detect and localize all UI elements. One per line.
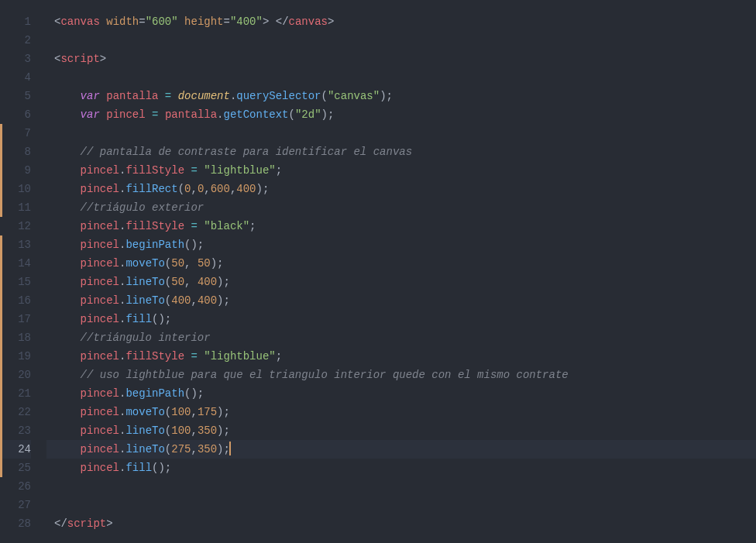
code-token: [54, 369, 81, 381]
line-number: 5: [0, 87, 31, 105]
line-number: 23: [0, 421, 31, 440]
code-token: pincel: [81, 294, 119, 307]
code-token: );: [256, 183, 270, 195]
code-token: [54, 387, 81, 400]
code-token: [54, 276, 81, 288]
code-token: pincel: [81, 183, 119, 195]
code-token: [54, 406, 81, 418]
code-line[interactable]: pincel.moveTo(100,175);: [46, 403, 756, 421]
code-line[interactable]: pincel.lineTo(400,400);: [46, 291, 756, 310]
code-line[interactable]: <canvas width="600" height="400"> </canv…: [46, 12, 756, 31]
code-token: [54, 294, 81, 307]
code-token: ;: [276, 164, 282, 177]
code-line[interactable]: pincel.beginPath();: [46, 235, 756, 254]
code-line[interactable]: [46, 477, 756, 496]
code-line[interactable]: pincel.fill();: [46, 459, 756, 477]
code-token: fill: [125, 462, 152, 474]
code-token: [54, 443, 81, 455]
code-token: [54, 90, 81, 102]
code-token: var: [81, 108, 100, 121]
code-token: script: [60, 53, 99, 65]
code-token: ();: [152, 462, 171, 474]
code-line[interactable]: var pantalla = document.querySelector("c…: [46, 87, 756, 105]
code-token: pincel: [81, 406, 119, 418]
code-token: [100, 90, 106, 102]
code-token: getContext: [224, 108, 289, 121]
code-token: .: [217, 108, 223, 121]
code-token: [269, 15, 275, 28]
code-token: );: [217, 424, 230, 437]
modified-marker: [0, 124, 2, 217]
code-token: 100: [171, 424, 191, 437]
code-token: =: [191, 220, 197, 232]
code-token: pincel: [106, 108, 145, 121]
code-token: =: [191, 164, 197, 177]
code-token: querySelector: [236, 90, 321, 102]
line-number: 6: [0, 105, 31, 124]
code-token: //triángulo interior: [81, 332, 211, 344]
code-token: [54, 220, 81, 232]
code-token: 275: [171, 443, 191, 455]
code-token: >: [328, 15, 334, 28]
line-number: 21: [0, 384, 31, 403]
line-number: 1: [0, 12, 31, 31]
code-token: moveTo: [125, 257, 164, 270]
code-token: canvas: [289, 15, 328, 28]
code-token: );: [321, 108, 335, 121]
code-token: "lightblue": [204, 164, 275, 177]
code-line[interactable]: pincel.fillStyle = "black";: [46, 217, 756, 235]
modified-marker: [0, 235, 2, 477]
code-line[interactable]: [46, 68, 756, 87]
code-line[interactable]: // pantalla de contraste para identifica…: [46, 143, 756, 161]
code-area[interactable]: <canvas width="600" height="400"> </canv…: [46, 0, 756, 543]
code-line[interactable]: pincel.lineTo(275,350);: [46, 440, 756, 459]
code-token: pincel: [81, 239, 119, 251]
code-line[interactable]: pincel.fillStyle = "lightblue";: [46, 347, 756, 366]
code-token: =: [139, 15, 145, 28]
code-line[interactable]: // uso lightblue para que el triangulo i…: [46, 366, 756, 384]
code-token: [54, 313, 81, 325]
code-token: width: [106, 15, 139, 28]
code-token: ;: [276, 350, 282, 363]
code-line[interactable]: //triángulo interior: [46, 328, 756, 347]
code-line[interactable]: var pincel = pantalla.getContext("2d");: [46, 105, 756, 124]
code-line[interactable]: pincel.fill();: [46, 310, 756, 328]
code-line[interactable]: [46, 124, 756, 143]
code-token: "canvas": [328, 90, 380, 102]
code-line[interactable]: [46, 31, 756, 50]
code-token: var: [81, 90, 100, 102]
code-line[interactable]: pincel.lineTo(50, 400);: [46, 273, 756, 291]
code-token: // uso lightblue para que el triangulo i…: [81, 369, 576, 381]
code-line[interactable]: pincel.fillRect(0,0,600,400);: [46, 180, 756, 198]
code-token: canvas: [60, 15, 99, 28]
code-token: "400": [230, 15, 263, 28]
code-token: [158, 90, 164, 102]
code-token: // pantalla de contraste para identifica…: [81, 146, 412, 158]
code-token: pincel: [81, 257, 119, 270]
code-token: (: [178, 183, 184, 195]
code-token: ,: [191, 424, 197, 437]
code-token: 50: [171, 257, 184, 270]
code-line[interactable]: pincel.beginPath();: [46, 384, 756, 403]
code-token: 400: [198, 276, 217, 288]
code-token: );: [217, 276, 230, 288]
code-line[interactable]: [46, 496, 756, 514]
code-token: ;: [249, 220, 256, 232]
code-line[interactable]: pincel.moveTo(50, 50);: [46, 254, 756, 273]
code-token: 600: [211, 183, 230, 195]
code-token: ();: [184, 387, 204, 400]
code-token: ,: [184, 257, 198, 270]
code-token: );: [380, 90, 393, 102]
code-token: [54, 201, 81, 214]
code-token: (: [289, 108, 295, 121]
code-token: (: [165, 276, 171, 288]
code-token: >: [100, 53, 106, 65]
code-line[interactable]: pincel.lineTo(100,350);: [46, 421, 756, 440]
code-token: script: [67, 517, 106, 530]
code-line[interactable]: pincel.fillStyle = "lightblue";: [46, 161, 756, 180]
code-editor[interactable]: 1234567891011121314151617181920212223242…: [0, 0, 756, 543]
code-line[interactable]: //triágulo exterior: [46, 198, 756, 217]
code-line[interactable]: </script>: [46, 514, 756, 533]
line-number: 9: [0, 161, 31, 180]
code-line[interactable]: <script>: [46, 50, 756, 68]
